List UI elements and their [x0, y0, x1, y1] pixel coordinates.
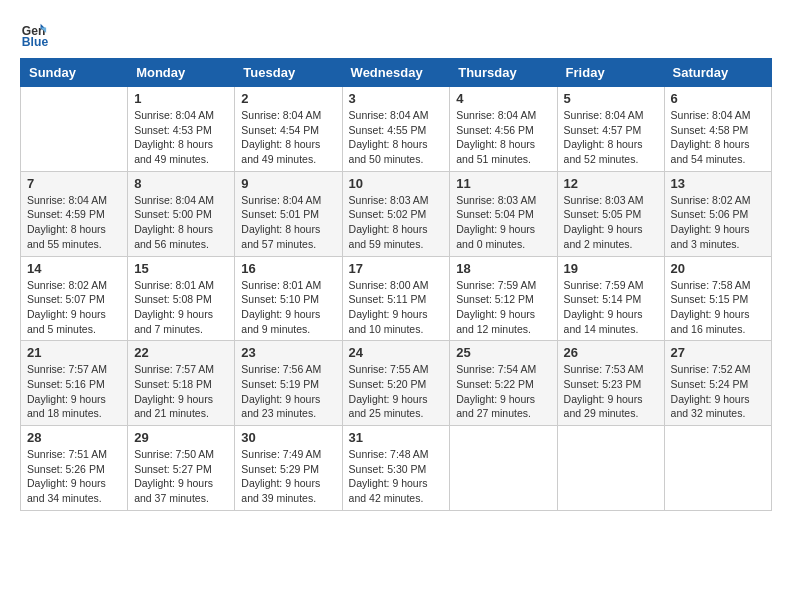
- day-info: Sunrise: 7:57 AMSunset: 5:16 PMDaylight:…: [27, 362, 121, 421]
- calendar-cell: 17Sunrise: 8:00 AMSunset: 5:11 PMDayligh…: [342, 256, 450, 341]
- header-day-friday: Friday: [557, 59, 664, 87]
- day-info: Sunrise: 8:03 AMSunset: 5:04 PMDaylight:…: [456, 193, 550, 252]
- page-header: Gen Blue: [20, 20, 772, 48]
- calendar-cell: 7Sunrise: 8:04 AMSunset: 4:59 PMDaylight…: [21, 171, 128, 256]
- day-number: 10: [349, 176, 444, 191]
- calendar-cell: 23Sunrise: 7:56 AMSunset: 5:19 PMDayligh…: [235, 341, 342, 426]
- calendar-table: SundayMondayTuesdayWednesdayThursdayFrid…: [20, 58, 772, 511]
- header-day-saturday: Saturday: [664, 59, 771, 87]
- day-info: Sunrise: 8:04 AMSunset: 5:00 PMDaylight:…: [134, 193, 228, 252]
- day-info: Sunrise: 8:04 AMSunset: 4:55 PMDaylight:…: [349, 108, 444, 167]
- day-number: 5: [564, 91, 658, 106]
- calendar-cell: 12Sunrise: 8:03 AMSunset: 5:05 PMDayligh…: [557, 171, 664, 256]
- calendar-cell: 21Sunrise: 7:57 AMSunset: 5:16 PMDayligh…: [21, 341, 128, 426]
- calendar-cell: 15Sunrise: 8:01 AMSunset: 5:08 PMDayligh…: [128, 256, 235, 341]
- day-info: Sunrise: 7:55 AMSunset: 5:20 PMDaylight:…: [349, 362, 444, 421]
- day-number: 4: [456, 91, 550, 106]
- day-number: 26: [564, 345, 658, 360]
- calendar-cell: [664, 426, 771, 511]
- calendar-cell: 14Sunrise: 8:02 AMSunset: 5:07 PMDayligh…: [21, 256, 128, 341]
- calendar-cell: 8Sunrise: 8:04 AMSunset: 5:00 PMDaylight…: [128, 171, 235, 256]
- week-row-1: 7Sunrise: 8:04 AMSunset: 4:59 PMDaylight…: [21, 171, 772, 256]
- header-day-monday: Monday: [128, 59, 235, 87]
- day-number: 18: [456, 261, 550, 276]
- header-day-sunday: Sunday: [21, 59, 128, 87]
- day-info: Sunrise: 8:04 AMSunset: 4:59 PMDaylight:…: [27, 193, 121, 252]
- day-info: Sunrise: 8:04 AMSunset: 4:56 PMDaylight:…: [456, 108, 550, 167]
- header-day-tuesday: Tuesday: [235, 59, 342, 87]
- calendar-cell: 13Sunrise: 8:02 AMSunset: 5:06 PMDayligh…: [664, 171, 771, 256]
- day-number: 9: [241, 176, 335, 191]
- calendar-cell: 6Sunrise: 8:04 AMSunset: 4:58 PMDaylight…: [664, 87, 771, 172]
- day-number: 13: [671, 176, 765, 191]
- day-number: 15: [134, 261, 228, 276]
- day-number: 3: [349, 91, 444, 106]
- day-number: 23: [241, 345, 335, 360]
- calendar-cell: 3Sunrise: 8:04 AMSunset: 4:55 PMDaylight…: [342, 87, 450, 172]
- day-info: Sunrise: 7:52 AMSunset: 5:24 PMDaylight:…: [671, 362, 765, 421]
- day-number: 20: [671, 261, 765, 276]
- day-number: 22: [134, 345, 228, 360]
- day-number: 1: [134, 91, 228, 106]
- calendar-cell: [557, 426, 664, 511]
- day-number: 7: [27, 176, 121, 191]
- calendar-cell: [450, 426, 557, 511]
- calendar-cell: 31Sunrise: 7:48 AMSunset: 5:30 PMDayligh…: [342, 426, 450, 511]
- day-info: Sunrise: 8:02 AMSunset: 5:07 PMDaylight:…: [27, 278, 121, 337]
- logo: Gen Blue: [20, 20, 52, 48]
- day-number: 28: [27, 430, 121, 445]
- day-number: 8: [134, 176, 228, 191]
- calendar-cell: 20Sunrise: 7:58 AMSunset: 5:15 PMDayligh…: [664, 256, 771, 341]
- day-info: Sunrise: 8:01 AMSunset: 5:08 PMDaylight:…: [134, 278, 228, 337]
- svg-text:Blue: Blue: [22, 35, 48, 48]
- day-info: Sunrise: 8:03 AMSunset: 5:02 PMDaylight:…: [349, 193, 444, 252]
- day-info: Sunrise: 8:00 AMSunset: 5:11 PMDaylight:…: [349, 278, 444, 337]
- calendar-cell: 22Sunrise: 7:57 AMSunset: 5:18 PMDayligh…: [128, 341, 235, 426]
- day-info: Sunrise: 7:51 AMSunset: 5:26 PMDaylight:…: [27, 447, 121, 506]
- day-info: Sunrise: 8:03 AMSunset: 5:05 PMDaylight:…: [564, 193, 658, 252]
- calendar-cell: 27Sunrise: 7:52 AMSunset: 5:24 PMDayligh…: [664, 341, 771, 426]
- day-number: 11: [456, 176, 550, 191]
- day-number: 30: [241, 430, 335, 445]
- day-number: 19: [564, 261, 658, 276]
- header-row: SundayMondayTuesdayWednesdayThursdayFrid…: [21, 59, 772, 87]
- day-info: Sunrise: 7:57 AMSunset: 5:18 PMDaylight:…: [134, 362, 228, 421]
- week-row-2: 14Sunrise: 8:02 AMSunset: 5:07 PMDayligh…: [21, 256, 772, 341]
- day-number: 24: [349, 345, 444, 360]
- calendar-cell: 2Sunrise: 8:04 AMSunset: 4:54 PMDaylight…: [235, 87, 342, 172]
- calendar-cell: 10Sunrise: 8:03 AMSunset: 5:02 PMDayligh…: [342, 171, 450, 256]
- calendar-cell: 9Sunrise: 8:04 AMSunset: 5:01 PMDaylight…: [235, 171, 342, 256]
- day-info: Sunrise: 7:49 AMSunset: 5:29 PMDaylight:…: [241, 447, 335, 506]
- day-info: Sunrise: 8:04 AMSunset: 5:01 PMDaylight:…: [241, 193, 335, 252]
- day-number: 14: [27, 261, 121, 276]
- day-info: Sunrise: 8:04 AMSunset: 4:54 PMDaylight:…: [241, 108, 335, 167]
- day-info: Sunrise: 7:54 AMSunset: 5:22 PMDaylight:…: [456, 362, 550, 421]
- day-info: Sunrise: 8:04 AMSunset: 4:57 PMDaylight:…: [564, 108, 658, 167]
- day-info: Sunrise: 7:48 AMSunset: 5:30 PMDaylight:…: [349, 447, 444, 506]
- day-number: 21: [27, 345, 121, 360]
- week-row-0: 1Sunrise: 8:04 AMSunset: 4:53 PMDaylight…: [21, 87, 772, 172]
- day-number: 25: [456, 345, 550, 360]
- day-info: Sunrise: 8:04 AMSunset: 4:53 PMDaylight:…: [134, 108, 228, 167]
- day-number: 2: [241, 91, 335, 106]
- day-info: Sunrise: 7:58 AMSunset: 5:15 PMDaylight:…: [671, 278, 765, 337]
- day-number: 6: [671, 91, 765, 106]
- day-info: Sunrise: 8:04 AMSunset: 4:58 PMDaylight:…: [671, 108, 765, 167]
- day-info: Sunrise: 7:56 AMSunset: 5:19 PMDaylight:…: [241, 362, 335, 421]
- day-number: 16: [241, 261, 335, 276]
- calendar-cell: 5Sunrise: 8:04 AMSunset: 4:57 PMDaylight…: [557, 87, 664, 172]
- calendar-cell: 28Sunrise: 7:51 AMSunset: 5:26 PMDayligh…: [21, 426, 128, 511]
- calendar-cell: 24Sunrise: 7:55 AMSunset: 5:20 PMDayligh…: [342, 341, 450, 426]
- day-number: 29: [134, 430, 228, 445]
- day-info: Sunrise: 7:50 AMSunset: 5:27 PMDaylight:…: [134, 447, 228, 506]
- calendar-cell: 4Sunrise: 8:04 AMSunset: 4:56 PMDaylight…: [450, 87, 557, 172]
- day-info: Sunrise: 7:59 AMSunset: 5:12 PMDaylight:…: [456, 278, 550, 337]
- calendar-cell: 30Sunrise: 7:49 AMSunset: 5:29 PMDayligh…: [235, 426, 342, 511]
- header-day-thursday: Thursday: [450, 59, 557, 87]
- calendar-cell: 16Sunrise: 8:01 AMSunset: 5:10 PMDayligh…: [235, 256, 342, 341]
- calendar-cell: 1Sunrise: 8:04 AMSunset: 4:53 PMDaylight…: [128, 87, 235, 172]
- day-number: 12: [564, 176, 658, 191]
- week-row-4: 28Sunrise: 7:51 AMSunset: 5:26 PMDayligh…: [21, 426, 772, 511]
- calendar-cell: 18Sunrise: 7:59 AMSunset: 5:12 PMDayligh…: [450, 256, 557, 341]
- day-number: 17: [349, 261, 444, 276]
